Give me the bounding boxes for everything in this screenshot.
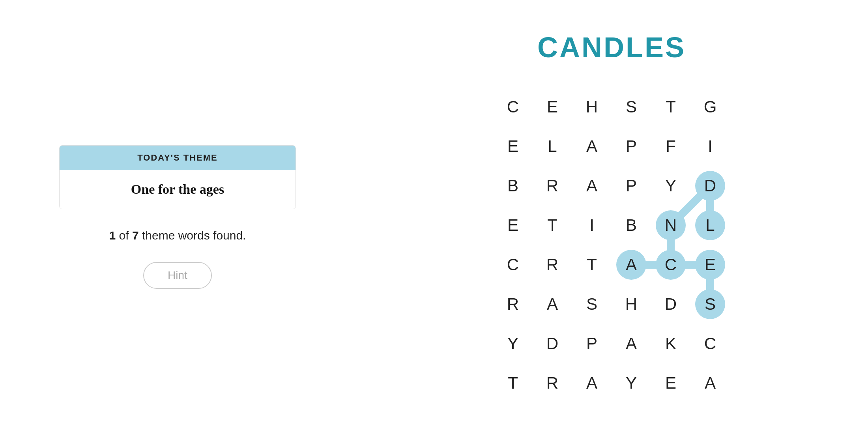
grid-cell[interactable]: L [690, 206, 730, 245]
grid-cell[interactable]: A [690, 363, 730, 403]
grid-cell[interactable]: C [651, 245, 690, 284]
grid-cell[interactable]: C [690, 324, 730, 363]
progress-text: 1 of 7 theme words found. [109, 229, 246, 242]
puzzle-title: CANDLES [537, 31, 686, 64]
grid-cell[interactable]: H [572, 87, 612, 127]
grid-cell[interactable]: R [533, 363, 572, 403]
grid-cell[interactable]: T [651, 87, 690, 127]
grid-cell[interactable]: Y [493, 324, 533, 363]
grid-cell[interactable]: R [533, 166, 572, 206]
theme-card: TODAY'S THEME One for the ages [59, 145, 296, 209]
grid-cell[interactable]: C [493, 87, 533, 127]
grid-cell[interactable]: S [612, 87, 651, 127]
grid-cell[interactable]: A [533, 284, 572, 324]
grid-cell[interactable]: T [493, 363, 533, 403]
grid-cell[interactable]: D [651, 284, 690, 324]
grid-cell[interactable]: C [493, 245, 533, 284]
grid-cell[interactable]: B [612, 206, 651, 245]
grid-cell[interactable]: H [612, 284, 651, 324]
grid-cell[interactable]: G [690, 87, 730, 127]
grid-cell[interactable]: P [612, 127, 651, 166]
found-count: 1 [109, 229, 116, 242]
grid-cell[interactable]: P [612, 166, 651, 206]
left-panel: TODAY'S THEME One for the ages 1 of 7 th… [0, 0, 355, 434]
grid-cell[interactable]: T [533, 206, 572, 245]
grid-cell[interactable]: P [572, 324, 612, 363]
grid-cell[interactable]: F [651, 127, 690, 166]
grid-cell[interactable]: S [690, 284, 730, 324]
right-panel: CANDLES CEHSTGELAPFIBRAPYDETIBNLCRTACERA… [355, 0, 868, 434]
theme-text: One for the ages [60, 170, 296, 209]
grid-cell[interactable]: R [493, 284, 533, 324]
grid-cell[interactable]: A [572, 166, 612, 206]
grid-cell[interactable]: I [572, 206, 612, 245]
progress-suffix: theme words found. [142, 229, 246, 242]
grid-cell[interactable]: A [612, 245, 651, 284]
grid-cell[interactable]: Y [651, 166, 690, 206]
hint-button[interactable]: Hint [143, 262, 212, 289]
grid-cell[interactable]: A [572, 363, 612, 403]
grid-container: CEHSTGELAPFIBRAPYDETIBNLCRTACERASHDSYDPA… [493, 87, 730, 403]
grid-cell[interactable]: A [612, 324, 651, 363]
grid-cell[interactable]: B [493, 166, 533, 206]
grid-cell[interactable]: T [572, 245, 612, 284]
grid-cell[interactable]: E [493, 127, 533, 166]
grid-cell[interactable]: R [533, 245, 572, 284]
grid-cell[interactable]: E [493, 206, 533, 245]
grid-cell[interactable]: E [690, 245, 730, 284]
grid-cell[interactable]: A [572, 127, 612, 166]
grid-cell[interactable]: D [533, 324, 572, 363]
grid-cell[interactable]: L [533, 127, 572, 166]
grid-cell[interactable]: I [690, 127, 730, 166]
grid-cell[interactable]: N [651, 206, 690, 245]
grid-cell[interactable]: E [651, 363, 690, 403]
letter-grid: CEHSTGELAPFIBRAPYDETIBNLCRTACERASHDSYDPA… [493, 87, 730, 403]
grid-cell[interactable]: S [572, 284, 612, 324]
grid-cell[interactable]: D [690, 166, 730, 206]
theme-header: TODAY'S THEME [60, 146, 296, 170]
grid-cell[interactable]: K [651, 324, 690, 363]
grid-cell[interactable]: E [533, 87, 572, 127]
total-count: 7 [132, 229, 139, 242]
grid-cell[interactable]: Y [612, 363, 651, 403]
